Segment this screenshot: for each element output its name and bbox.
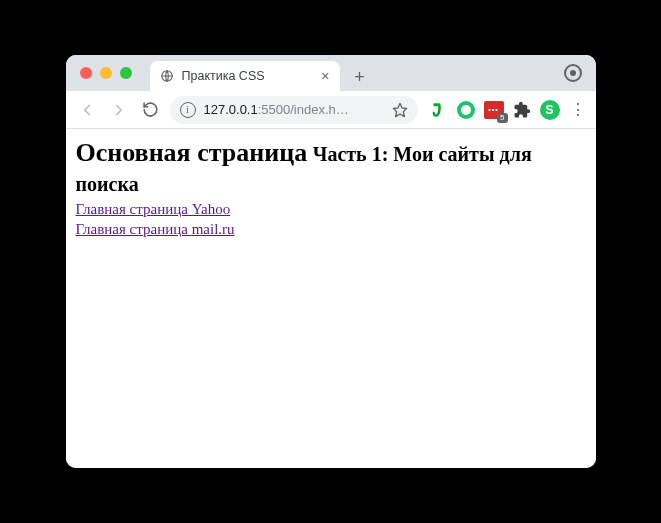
globe-icon — [160, 69, 174, 83]
tab-title: Практика CSS — [182, 69, 314, 83]
link-yahoo[interactable]: Главная страница Yahoo — [76, 201, 231, 217]
page-content: Основная страница Часть 1: Мои сайты для… — [66, 129, 596, 468]
fullscreen-window-button[interactable] — [120, 67, 132, 79]
site-info-icon[interactable]: i — [180, 102, 196, 118]
browser-menu-button[interactable]: ⋮ — [568, 100, 588, 119]
svg-marker-1 — [393, 103, 406, 116]
profile-avatar-icon[interactable]: S — [540, 100, 560, 120]
close-tab-icon[interactable]: × — [321, 69, 329, 83]
extensions-menu-icon[interactable] — [512, 100, 532, 120]
browser-toolbar: i 127.0.0.1:5500/index.h… ••• 5 — [66, 91, 596, 129]
minimize-window-button[interactable] — [100, 67, 112, 79]
lastpass-badge: 5 — [497, 113, 507, 123]
url-text: 127.0.0.1:5500/index.h… — [204, 102, 384, 117]
back-button[interactable] — [74, 97, 100, 123]
extensions-area: ••• 5 S ⋮ — [424, 100, 588, 120]
tab-strip: Практика CSS × + — [66, 55, 596, 91]
address-bar[interactable]: i 127.0.0.1:5500/index.h… — [170, 96, 418, 124]
window-controls — [76, 55, 138, 91]
lastpass-extension-icon[interactable]: ••• 5 — [484, 100, 504, 120]
reload-button[interactable] — [138, 97, 164, 123]
forward-button[interactable] — [106, 97, 132, 123]
bookmark-star-icon[interactable] — [392, 102, 408, 118]
window-avatar[interactable] — [564, 55, 582, 91]
browser-tab[interactable]: Практика CSS × — [150, 61, 340, 91]
page-heading: Основная страница Часть 1: Мои сайты для… — [76, 137, 586, 197]
adguard-extension-icon[interactable] — [456, 100, 476, 120]
new-tab-button[interactable]: + — [346, 63, 374, 91]
close-window-button[interactable] — [80, 67, 92, 79]
browser-window: Практика CSS × + i 127.0.0.1:5500/index.… — [66, 55, 596, 468]
evernote-extension-icon[interactable] — [428, 100, 448, 120]
heading-main: Основная страница — [76, 138, 308, 167]
link-mailru[interactable]: Главная страница mail.ru — [76, 221, 235, 237]
incognito-avatar-icon — [564, 64, 582, 82]
